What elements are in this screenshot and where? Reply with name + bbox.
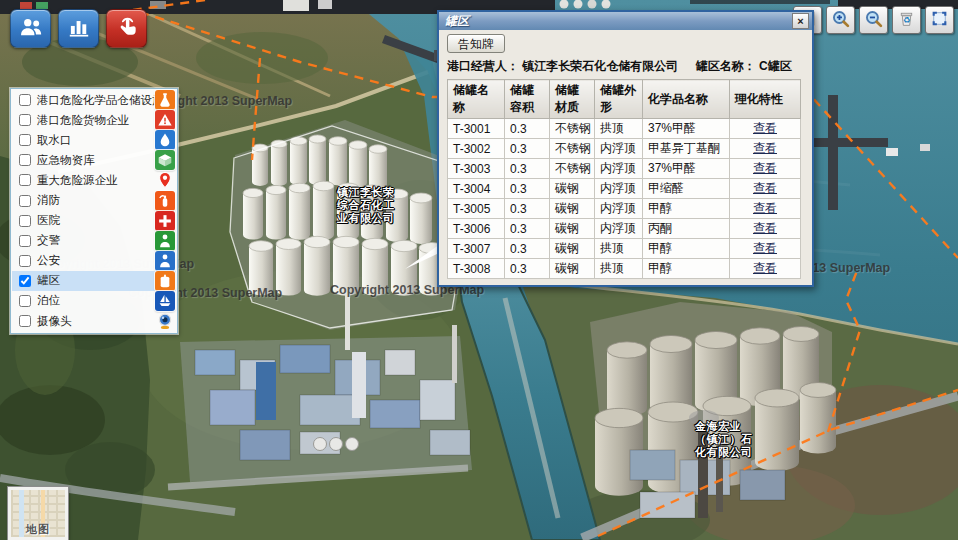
- tank-row[interactable]: T-30060.3碳钢内浮顶丙酮查看: [448, 219, 801, 239]
- layer-panel: 港口危险化学品仓储设施港口危险货物企业取水口应急物资库重大危险源企业消防医院交警…: [10, 88, 178, 334]
- layer-icon-cell: [154, 110, 176, 130]
- col-header-material: 储罐材质: [550, 80, 595, 119]
- layer-checkbox[interactable]: [19, 275, 31, 287]
- tank-cell: 碳钢: [550, 259, 595, 279]
- tank-cell: 内浮顶: [595, 139, 643, 159]
- layer-item[interactable]: 摄像头: [12, 311, 176, 331]
- tank-cell: 内浮顶: [595, 179, 643, 199]
- dialog-titlebar[interactable]: 罐区 ×: [439, 12, 812, 30]
- tank-row[interactable]: T-30030.3不锈钢内浮顶37%甲醛查看: [448, 159, 801, 179]
- zoom-out-icon: [864, 9, 883, 32]
- layer-checkbox[interactable]: [19, 134, 31, 146]
- layer-checkbox[interactable]: [19, 154, 31, 166]
- layer-checkbox[interactable]: [19, 255, 31, 267]
- view-link[interactable]: 查看: [753, 201, 777, 215]
- tank-cell: 甲醇: [643, 239, 730, 259]
- tank-row[interactable]: T-30050.3碳钢内浮顶甲醇查看: [448, 199, 801, 219]
- view-link[interactable]: 查看: [753, 121, 777, 135]
- statistics-chart-button[interactable]: [58, 9, 99, 48]
- layer-checkbox[interactable]: [19, 235, 31, 247]
- tank-cell: T-3001: [448, 119, 505, 139]
- full-extent-button[interactable]: [925, 6, 954, 34]
- close-icon[interactable]: ×: [792, 13, 809, 29]
- tank-row[interactable]: T-30040.3碳钢内浮顶甲缩醛查看: [448, 179, 801, 199]
- tank-cell: 拱顶: [595, 119, 643, 139]
- layer-checkbox[interactable]: [19, 295, 31, 307]
- map-label-company-1: 镇江李长荣综合石化工业有限公司: [337, 186, 401, 225]
- properties-cell: 查看: [730, 259, 801, 279]
- tank-cell: 0.3: [505, 199, 550, 219]
- layer-icon-cell: [154, 291, 176, 311]
- tank-cell: 拱顶: [595, 239, 643, 259]
- map-label-company-2: 金海宏业（镇江）石化有限公司: [695, 420, 759, 459]
- minimap-label: 地图: [11, 522, 65, 537]
- touch-select-button[interactable]: [106, 9, 147, 48]
- svg-text:♻: ♻: [903, 15, 911, 25]
- tank-cell: 内浮顶: [595, 199, 643, 219]
- view-link[interactable]: 查看: [753, 161, 777, 175]
- tank-cell: 内浮顶: [595, 219, 643, 239]
- hazard-warning-icon: [155, 110, 175, 130]
- tank-icon: [155, 271, 175, 291]
- view-link[interactable]: 查看: [753, 221, 777, 235]
- tank-row[interactable]: T-30010.3不锈钢拱顶37%甲醛查看: [448, 119, 801, 139]
- zoom-out-button[interactable]: [859, 6, 888, 34]
- layer-item[interactable]: 医院: [12, 211, 176, 231]
- properties-cell: 查看: [730, 159, 801, 179]
- layer-label: 港口危险货物企业: [37, 113, 129, 128]
- layer-icon-cell: [154, 211, 176, 231]
- layer-item[interactable]: 交警: [12, 231, 176, 251]
- clear-button[interactable]: ♻: [892, 6, 921, 34]
- tank-cell: 37%甲醛: [643, 159, 730, 179]
- layer-checkbox[interactable]: [19, 114, 31, 126]
- hospital-cross-icon: [155, 211, 175, 231]
- layer-item[interactable]: 港口危险货物企业: [12, 110, 176, 130]
- people-stats-button[interactable]: [10, 9, 51, 48]
- tank-row[interactable]: T-30020.3不锈钢内浮顶甲基异丁基酮查看: [448, 139, 801, 159]
- layer-icon-cell: [154, 170, 176, 190]
- layer-item[interactable]: 取水口: [12, 130, 176, 150]
- tank-area-dialog: 罐区 × 告知牌 港口经营人： 镇江李长荣石化仓储有限公司 罐区名称： C罐区 …: [437, 10, 814, 287]
- layer-item[interactable]: 消防: [12, 190, 176, 210]
- view-link[interactable]: 查看: [753, 261, 777, 275]
- layer-icon-cell: [154, 271, 176, 291]
- layer-checkbox[interactable]: [19, 315, 31, 327]
- layer-checkbox[interactable]: [19, 174, 31, 186]
- properties-cell: 查看: [730, 139, 801, 159]
- tank-cell: 0.3: [505, 259, 550, 279]
- layer-item[interactable]: 公安: [12, 251, 176, 271]
- layer-item[interactable]: 泊位: [12, 291, 176, 311]
- layer-item[interactable]: 港口危险化学品仓储设施: [12, 90, 176, 110]
- tank-cell: 甲醇: [643, 259, 730, 279]
- layer-item[interactable]: 应急物资库: [12, 150, 176, 170]
- full-extent-icon: [930, 9, 949, 32]
- view-link[interactable]: 查看: [753, 181, 777, 195]
- tank-row[interactable]: T-30080.3碳钢拱顶甲醇查看: [448, 259, 801, 279]
- zoom-in-button[interactable]: [826, 6, 855, 34]
- properties-cell: 查看: [730, 219, 801, 239]
- layer-label: 医院: [37, 213, 60, 228]
- tank-cell: 甲醇: [643, 199, 730, 219]
- tank-area-label: 罐区名称：: [696, 59, 756, 73]
- minimap-toggle[interactable]: 地图: [8, 487, 68, 540]
- layer-icon-cell: [154, 90, 176, 110]
- col-header-capacity: 储罐容积: [505, 80, 550, 119]
- tank-area-value: C罐区: [759, 59, 792, 73]
- tank-row[interactable]: T-30070.3碳钢拱顶甲醇查看: [448, 239, 801, 259]
- tank-cell: T-3004: [448, 179, 505, 199]
- supplies-box-icon: [155, 150, 175, 170]
- view-link[interactable]: 查看: [753, 141, 777, 155]
- layer-label: 公安: [37, 253, 60, 268]
- layer-item[interactable]: 重大危险源企业: [12, 170, 176, 190]
- view-link[interactable]: 查看: [753, 241, 777, 255]
- layer-item[interactable]: 罐区: [12, 271, 176, 291]
- tank-cell: 碳钢: [550, 219, 595, 239]
- notice-board-button[interactable]: 告知牌: [447, 34, 505, 53]
- tank-cell: 碳钢: [550, 179, 595, 199]
- layer-checkbox[interactable]: [19, 94, 31, 106]
- layer-checkbox[interactable]: [19, 215, 31, 227]
- public-security-icon: [155, 251, 175, 271]
- layer-checkbox[interactable]: [19, 195, 31, 207]
- touch-icon: [114, 14, 140, 44]
- dialog-title: 罐区: [445, 13, 469, 30]
